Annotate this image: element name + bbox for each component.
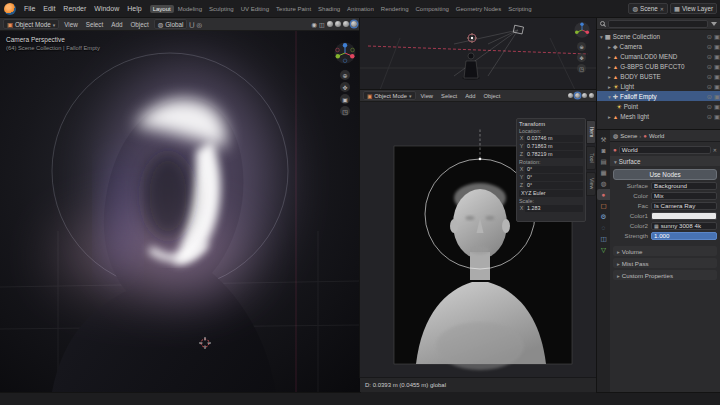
- tab-modifiers[interactable]: [597, 211, 610, 222]
- render-toggle-icon[interactable]: [714, 53, 720, 60]
- rendered-scene-canvas[interactable]: [0, 31, 360, 392]
- outliner-row-point[interactable]: Point: [597, 101, 720, 111]
- orbit-gizmo[interactable]: [334, 42, 356, 64]
- perspective-icon[interactable]: [340, 106, 350, 116]
- rotation-y-field[interactable]: 0°: [525, 174, 583, 181]
- camera-view-icon[interactable]: [340, 94, 350, 104]
- color1-swatch[interactable]: [651, 212, 717, 220]
- menu-render[interactable]: Render: [59, 5, 90, 12]
- volume-panel-header[interactable]: Volume: [613, 246, 717, 256]
- tab-output[interactable]: [597, 156, 610, 167]
- render-toggle-icon[interactable]: [714, 83, 720, 90]
- expand-icon[interactable]: [608, 53, 611, 60]
- shading-rendered-icon[interactable]: [351, 21, 357, 27]
- transform-orientation[interactable]: Global: [154, 19, 188, 29]
- rotation-x-field[interactable]: 0°: [525, 166, 583, 173]
- expand-icon[interactable]: [608, 43, 611, 50]
- workspace-tab-sculpting[interactable]: Sculpting: [206, 5, 237, 13]
- blender-logo-icon[interactable]: [4, 3, 16, 15]
- pan-icon[interactable]: [577, 53, 586, 62]
- workspace-tab-geometry-nodes[interactable]: Geometry Nodes: [453, 5, 504, 13]
- shading-material-icon[interactable]: [582, 93, 587, 98]
- menu-object[interactable]: Object: [127, 21, 151, 28]
- outliner-row-mesh[interactable]: BODY BUSTE: [597, 71, 720, 81]
- location-x-field[interactable]: 0.03746 m: [525, 135, 583, 142]
- color-dropdown[interactable]: Mix: [651, 192, 717, 200]
- view-layer-selector[interactable]: View Layer: [670, 3, 717, 14]
- proportional-edit-icon[interactable]: [197, 21, 203, 28]
- scene-selector[interactable]: Scene: [628, 3, 668, 14]
- eye-toggle-icon[interactable]: [707, 33, 712, 40]
- pan-icon[interactable]: [340, 82, 350, 92]
- shading-rendered-icon[interactable]: [589, 93, 594, 98]
- surface-dropdown[interactable]: Background: [651, 182, 717, 190]
- workspace-tab-rendering[interactable]: Rendering: [378, 5, 412, 13]
- user-scene-canvas[interactable]: [360, 18, 597, 90]
- mode-selector[interactable]: Object Mode: [363, 91, 416, 100]
- world-datablock-field[interactable]: World: [619, 146, 711, 154]
- workspace-tab-scripting[interactable]: Scripting: [505, 5, 534, 13]
- shading-material-icon[interactable]: [343, 21, 349, 27]
- tab-render[interactable]: [597, 145, 610, 156]
- sidebar-tab-item[interactable]: Item: [586, 120, 596, 144]
- strength-field[interactable]: 1.000: [651, 232, 717, 240]
- shading-wireframe-icon[interactable]: [568, 93, 573, 98]
- expand-icon[interactable]: [608, 83, 611, 90]
- location-y-field[interactable]: 0.71863 m: [525, 143, 583, 150]
- search-input[interactable]: [608, 20, 708, 28]
- render-toggle-icon[interactable]: [714, 103, 720, 110]
- workspace-tab-compositing[interactable]: Compositing: [412, 5, 451, 13]
- scale-x-field[interactable]: 1.283: [525, 205, 583, 212]
- filter-icon[interactable]: [711, 22, 717, 26]
- mode-selector[interactable]: Object Mode: [3, 19, 59, 29]
- breadcrumb-scene[interactable]: Scene: [620, 133, 637, 139]
- eye-toggle-icon[interactable]: [707, 73, 712, 80]
- outliner-row-mesh-light[interactable]: Mesh light: [597, 111, 720, 121]
- snap-magnet-icon[interactable]: [189, 21, 194, 28]
- zoom-icon[interactable]: [340, 70, 350, 80]
- sidebar-tab-tool[interactable]: Tool: [586, 146, 596, 170]
- expand-icon[interactable]: [608, 113, 611, 120]
- search-icon[interactable]: [600, 21, 605, 26]
- menu-select[interactable]: Select: [438, 93, 460, 99]
- expand-icon[interactable]: [608, 63, 611, 70]
- tab-object[interactable]: [597, 200, 610, 211]
- tab-constraints[interactable]: [597, 233, 610, 244]
- workspace-tab-uv-editing[interactable]: UV Editing: [238, 5, 272, 13]
- outliner-row-mesh[interactable]: CumanLOD0 MEND: [597, 51, 720, 61]
- shading-wireframe-icon[interactable]: [327, 21, 333, 27]
- eye-toggle-icon[interactable]: [707, 53, 712, 60]
- mist-pass-panel-header[interactable]: Mist Pass: [613, 258, 717, 268]
- color2-image-field[interactable]: sunny 3008 4k: [651, 222, 717, 230]
- outliner-row-light[interactable]: Light: [597, 81, 720, 91]
- menu-view[interactable]: View: [61, 21, 81, 28]
- outliner-row-camera[interactable]: Camera: [597, 41, 720, 51]
- render-toggle-icon[interactable]: [714, 43, 720, 50]
- render-toggle-icon[interactable]: [714, 63, 720, 70]
- orbit-gizmo[interactable]: [574, 22, 590, 38]
- tab-physics[interactable]: [597, 222, 610, 233]
- tab-view-layer[interactable]: [597, 167, 610, 178]
- rotation-z-field[interactable]: 0°: [525, 182, 583, 189]
- tab-object-data[interactable]: [597, 244, 610, 255]
- render-toggle-icon[interactable]: [714, 33, 720, 40]
- outliner-row-scene-collection[interactable]: Scene Collection: [597, 31, 720, 41]
- overlays-icon[interactable]: [312, 21, 318, 28]
- rotation-mode-field[interactable]: XYZ Euler: [519, 190, 583, 197]
- sidebar-tab-view[interactable]: View: [586, 172, 596, 196]
- tab-world[interactable]: [597, 189, 610, 200]
- shading-solid-icon[interactable]: [575, 93, 580, 98]
- workspace-tab-layout[interactable]: Layout: [150, 5, 174, 13]
- render-toggle-icon[interactable]: [714, 73, 720, 80]
- tab-tool[interactable]: [597, 134, 610, 145]
- outliner-row-mesh[interactable]: G-8BPS CUB BFCCT0: [597, 61, 720, 71]
- eye-toggle-icon[interactable]: [707, 83, 712, 90]
- menu-file[interactable]: File: [20, 5, 39, 12]
- menu-help[interactable]: Help: [123, 5, 145, 12]
- location-z-field[interactable]: 0.78219 m: [525, 151, 583, 158]
- expand-icon[interactable]: [608, 93, 611, 100]
- expand-icon[interactable]: [600, 33, 603, 40]
- eye-toggle-icon[interactable]: [707, 63, 712, 70]
- menu-select[interactable]: Select: [83, 21, 107, 28]
- workspace-tab-modeling[interactable]: Modeling: [175, 5, 205, 13]
